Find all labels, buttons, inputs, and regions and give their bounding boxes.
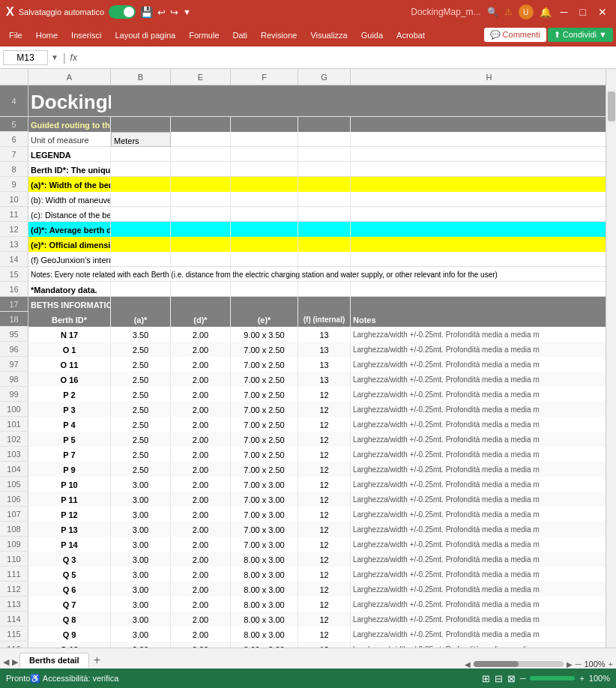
depth-cell[interactable]: 2.00 [171,417,231,432]
width-cell[interactable]: 3.00 [111,642,171,648]
notes-cell[interactable]: Larghezza/width +/-0.25mt. Profondità me… [351,462,616,477]
dimension-cell[interactable]: 8.00 x 3.00 [231,612,298,627]
notes-cell[interactable]: Larghezza/width +/-0.25mt. Profondità me… [351,507,616,522]
width-cell[interactable]: 3.50 [111,327,171,342]
berth-id-cell[interactable]: P 13 [28,522,111,537]
dimension-cell[interactable]: 8.00 x 3.00 [231,597,298,612]
menu-acrobat[interactable]: Acrobat [390,28,431,43]
toolbar-save-icon[interactable]: 💾 [140,6,153,18]
menu-visualizza[interactable]: Visualizza [304,28,353,43]
dimension-cell[interactable]: 7.00 x 3.00 [231,492,298,507]
dimension-cell[interactable]: 7.00 x 3.00 [231,522,298,537]
width-cell[interactable]: 2.50 [111,462,171,477]
notes-cell[interactable]: Larghezza/width +/-0.25mt. Profondità me… [351,567,616,582]
dimension-cell[interactable]: 8.00 x 3.00 [231,552,298,567]
vertical-scrollbar[interactable] [606,69,616,648]
width-cell[interactable]: 3.00 [111,477,171,492]
width-cell[interactable]: 2.50 [111,432,171,447]
depth-cell[interactable]: 2.00 [171,447,231,462]
internal-cell[interactable]: 12 [298,567,351,582]
internal-cell[interactable]: 12 [298,627,351,642]
depth-cell[interactable]: 2.00 [171,582,231,597]
dimension-cell[interactable]: 7.00 x 3.00 [231,507,298,522]
menu-file[interactable]: File [3,28,28,43]
width-cell[interactable]: 2.50 [111,417,171,432]
berth-id-cell[interactable]: P 9 [28,462,111,477]
depth-cell[interactable]: 2.00 [171,402,231,417]
berth-id-cell[interactable]: O 16 [28,372,111,387]
internal-cell[interactable]: 12 [298,642,351,648]
berth-id-cell[interactable]: N 17 [28,327,111,342]
dimension-cell[interactable]: 7.00 x 2.50 [231,387,298,402]
berth-id-cell[interactable]: Q 10 [28,642,111,648]
internal-cell[interactable]: 12 [298,507,351,522]
internal-cell[interactable]: 12 [298,597,351,612]
autosave-toggle[interactable] [109,5,136,19]
width-cell[interactable]: 2.50 [111,372,171,387]
dimension-cell[interactable]: 7.00 x 2.50 [231,417,298,432]
menu-inserisci[interactable]: Inserisci [65,28,107,43]
width-cell[interactable]: 2.50 [111,387,171,402]
depth-cell[interactable]: 2.00 [171,507,231,522]
width-cell[interactable]: 2.50 [111,342,171,357]
internal-cell[interactable]: 12 [298,387,351,402]
depth-cell[interactable]: 2.00 [171,567,231,582]
internal-cell[interactable]: 12 [298,492,351,507]
notes-cell[interactable]: Larghezza/width +/-0.25mt. Profondità me… [351,612,616,627]
depth-cell[interactable]: 2.00 [171,627,231,642]
notes-cell[interactable]: Larghezza/width +/-0.25mt. Profondità me… [351,642,616,648]
horizontal-scroll-area[interactable]: ◀ ▶ ─ 100% + [465,660,616,669]
scroll-right-icon[interactable]: ▶ [567,660,573,669]
menu-revisione[interactable]: Revisione [255,28,303,43]
notes-cell[interactable]: Larghezza/width +/-0.25mt. Profondità me… [351,432,616,447]
notes-cell[interactable]: Larghezza/width +/-0.25mt. Profondità me… [351,387,616,402]
dimension-cell[interactable]: 7.00 x 2.50 [231,432,298,447]
notes-cell[interactable]: Larghezza/width +/-0.25mt. Profondità me… [351,327,616,342]
dimension-cell[interactable]: 7.00 x 3.00 [231,537,298,552]
notes-cell[interactable]: Larghezza/width +/-0.25mt. Profondità me… [351,402,616,417]
width-cell[interactable]: 3.00 [111,522,171,537]
notes-cell[interactable]: Larghezza/width +/-0.25mt. Profondità me… [351,492,616,507]
notification-icon[interactable]: 🔔 [540,7,552,18]
dimension-cell[interactable]: 7.00 x 2.50 [231,402,298,417]
depth-cell[interactable]: 2.00 [171,432,231,447]
minimize-button[interactable]: ─ [558,6,571,18]
toolbar-redo-icon[interactable]: ↪ [170,7,178,18]
internal-cell[interactable]: 13 [298,327,351,342]
depth-cell[interactable]: 2.00 [171,357,231,372]
zoom-out-icon[interactable]: ─ [576,660,582,669]
berth-id-cell[interactable]: P 3 [28,402,111,417]
col-header-h[interactable]: H [351,69,616,85]
berth-id-cell[interactable]: Q 7 [28,597,111,612]
notes-cell[interactable]: Larghezza/width +/-0.25mt. Profondità me… [351,537,616,552]
berth-id-cell[interactable]: Q 8 [28,612,111,627]
menu-dati[interactable]: Dati [227,28,254,43]
dimension-cell[interactable]: 7.00 x 2.50 [231,447,298,462]
berth-id-cell[interactable]: O 11 [28,357,111,372]
dimension-cell[interactable]: 7.00 x 2.50 [231,357,298,372]
restore-button[interactable]: □ [577,6,589,18]
depth-cell[interactable]: 2.00 [171,492,231,507]
notes-cell[interactable]: Larghezza/width +/-0.25mt. Profondità me… [351,552,616,567]
col-header-g[interactable]: G [298,69,351,85]
menu-formule[interactable]: Formule [183,28,225,43]
dimension-cell[interactable]: 7.00 x 2.50 [231,372,298,387]
berth-id-cell[interactable]: P 11 [28,492,111,507]
zoom-slider[interactable] [530,676,575,681]
dimension-cell[interactable]: 7.00 x 2.50 [231,342,298,357]
notes-cell[interactable]: Larghezza/width +/-0.25mt. Profondità me… [351,522,616,537]
width-cell[interactable]: 3.00 [111,492,171,507]
share-button[interactable]: ⬆ Condividi ▼ [548,28,613,42]
scrollbar-thumb[interactable] [608,91,615,121]
notes-cell[interactable]: Larghezza/width +/-0.25mt. Profondità me… [351,447,616,462]
tab-prev-icon[interactable]: ◀ [3,657,9,667]
comments-button[interactable]: 💬 Commenti [484,28,546,42]
depth-cell[interactable]: 2.00 [171,462,231,477]
internal-cell[interactable]: 13 [298,357,351,372]
dimension-cell[interactable]: 9.00 x 3.50 [231,327,298,342]
berth-id-cell[interactable]: P 7 [28,447,111,462]
view-page-layout-icon[interactable]: ⊟ [495,673,503,684]
width-cell[interactable]: 3.00 [111,507,171,522]
depth-cell[interactable]: 2.00 [171,342,231,357]
depth-cell[interactable]: 2.00 [171,597,231,612]
